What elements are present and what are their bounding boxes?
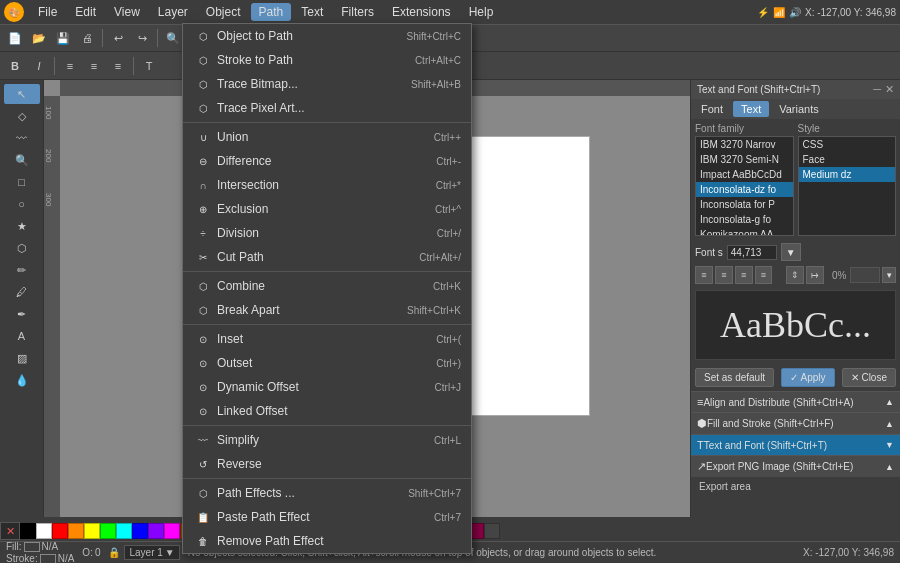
zoom-in-btn[interactable]: 🔍: [162, 27, 184, 49]
menu-text[interactable]: Text: [293, 3, 331, 21]
color-swatch-#ff00ff[interactable]: [164, 523, 180, 539]
color-swatch-#0000ff[interactable]: [132, 523, 148, 539]
font-item-2[interactable]: Impact AaBbCcDd: [696, 167, 793, 182]
menu-item-dynamic-offset[interactable]: ⊙ Dynamic Offset Ctrl+J: [183, 375, 471, 399]
color-swatch-#000000[interactable]: [20, 523, 36, 539]
menu-layer[interactable]: Layer: [150, 3, 196, 21]
text-tool[interactable]: A: [4, 326, 40, 346]
circle-tool[interactable]: ○: [4, 194, 40, 214]
redo-btn[interactable]: ↪: [131, 27, 153, 49]
callig-tool[interactable]: ✒: [4, 304, 40, 324]
menu-object[interactable]: Object: [198, 3, 249, 21]
menu-item-inset[interactable]: ⊙ Inset Ctrl+(: [183, 327, 471, 351]
align-center-text-btn[interactable]: ≡: [715, 266, 733, 284]
style-item-1[interactable]: Face: [799, 152, 896, 167]
align-left-btn[interactable]: ≡: [59, 55, 81, 77]
menu-item-trace-bitmap[interactable]: ⬡ Trace Bitmap... Shift+Alt+B: [183, 72, 471, 96]
align-left-text-btn[interactable]: ≡: [695, 266, 713, 284]
font-item-4[interactable]: Inconsolata for P: [696, 197, 793, 212]
style-item-2[interactable]: Medium dz: [799, 167, 896, 182]
more-text-btn[interactable]: T: [138, 55, 160, 77]
star-tool[interactable]: ★: [4, 216, 40, 236]
font-family-items[interactable]: IBM 3270 Narrov IBM 3270 Semi-N Impact A…: [695, 136, 794, 236]
accordion-text-header[interactable]: T Text and Font (Shift+Ctrl+T) ▼: [691, 434, 900, 455]
color-swatch-#ffffff[interactable]: [36, 523, 52, 539]
font-item-5[interactable]: Inconsolata-g fo: [696, 212, 793, 227]
color-swatch-#00ffff[interactable]: [116, 523, 132, 539]
font-item-3[interactable]: Inconsolata-dz fo: [696, 182, 793, 197]
menu-edit[interactable]: Edit: [67, 3, 104, 21]
menu-item-difference[interactable]: ⊖ Difference Ctrl+-: [183, 149, 471, 173]
menu-item-simplify[interactable]: 〰 Simplify Ctrl+L: [183, 428, 471, 452]
menu-item-linked-offset[interactable]: ⊙ Linked Offset: [183, 399, 471, 423]
ltr-btn[interactable]: ↦: [806, 266, 824, 284]
zoom-tool[interactable]: 🔍: [4, 150, 40, 170]
color-swatch-#444444[interactable]: [484, 523, 500, 539]
pen-tool[interactable]: 🖊: [4, 282, 40, 302]
menu-help[interactable]: Help: [461, 3, 502, 21]
font-size-dropdown[interactable]: ▼: [781, 243, 801, 261]
menu-item-object-to-path[interactable]: ⬡ Object to Path Shift+Ctrl+C: [183, 24, 471, 48]
stroke-swatch[interactable]: [40, 554, 56, 564]
menu-item-break-apart[interactable]: ⬡ Break Apart Shift+Ctrl+K: [183, 298, 471, 322]
fill-swatch[interactable]: [24, 542, 40, 552]
menu-path[interactable]: Path: [251, 3, 292, 21]
color-swatch-#00ff00[interactable]: [100, 523, 116, 539]
menu-item-paste-path-effect[interactable]: 📋 Paste Path Effect Ctrl+7: [183, 505, 471, 529]
no-color-btn[interactable]: ✕: [0, 522, 20, 540]
accordion-export-header[interactable]: ↗ Export PNG Image (Shift+Ctrl+E) ▲: [691, 455, 900, 477]
font-size-input[interactable]: [727, 245, 777, 260]
font-item-1[interactable]: IBM 3270 Semi-N: [696, 152, 793, 167]
align-right-text-btn[interactable]: ≡: [735, 266, 753, 284]
accordion-fill-header[interactable]: ⬢ Fill and Stroke (Shift+Ctrl+F) ▲: [691, 412, 900, 434]
menu-item-stroke-to-path[interactable]: ⬡ Stroke to Path Ctrl+Alt+C: [183, 48, 471, 72]
panel-close-icon[interactable]: ✕: [885, 83, 894, 96]
vertical-align-btn[interactable]: ⇕: [786, 266, 804, 284]
set-default-btn[interactable]: Set as default: [695, 368, 774, 387]
font-item-6[interactable]: Komikazoom AA: [696, 227, 793, 236]
gradient-tool[interactable]: ▨: [4, 348, 40, 368]
menu-filters[interactable]: Filters: [333, 3, 382, 21]
style-list-items[interactable]: CSS Face Medium dz: [798, 136, 897, 236]
menu-item-combine[interactable]: ⬡ Combine Ctrl+K: [183, 274, 471, 298]
accordion-align-header[interactable]: ≡ Align and Distribute (Shift+Ctrl+A) ▲: [691, 391, 900, 412]
color-swatch-#ff0000[interactable]: [52, 523, 68, 539]
align-center-btn[interactable]: ≡: [83, 55, 105, 77]
open-btn[interactable]: 📂: [28, 27, 50, 49]
pencil-tool[interactable]: ✏: [4, 260, 40, 280]
tab-font[interactable]: Font: [693, 101, 731, 117]
menu-file[interactable]: File: [30, 3, 65, 21]
close-btn[interactable]: ✕ Close: [842, 368, 896, 387]
select-tool[interactable]: ↖: [4, 84, 40, 104]
italic-btn[interactable]: I: [28, 55, 50, 77]
menu-item-outset[interactable]: ⊙ Outset Ctrl+): [183, 351, 471, 375]
node-tool[interactable]: ◇: [4, 106, 40, 126]
color-swatch-#ff8800[interactable]: [68, 523, 84, 539]
align-right-btn[interactable]: ≡: [107, 55, 129, 77]
save-btn[interactable]: 💾: [52, 27, 74, 49]
bold-btn[interactable]: B: [4, 55, 26, 77]
align-justify-text-btn[interactable]: ≡: [755, 266, 773, 284]
rect-tool[interactable]: □: [4, 172, 40, 192]
style-item-0[interactable]: CSS: [799, 137, 896, 152]
menu-item-reverse[interactable]: ↺ Reverse: [183, 452, 471, 476]
dropper-tool[interactable]: 💧: [4, 370, 40, 390]
panel-minimize-icon[interactable]: ─: [873, 83, 881, 96]
menu-item-exclusion[interactable]: ⊕ Exclusion Ctrl+^: [183, 197, 471, 221]
menu-item-trace-pixel-art[interactable]: ⬡ Trace Pixel Art...: [183, 96, 471, 120]
menu-item-intersection[interactable]: ∩ Intersection Ctrl+*: [183, 173, 471, 197]
menu-item-cut-path[interactable]: ✂ Cut Path Ctrl+Alt+/: [183, 245, 471, 269]
menu-item-path-effects[interactable]: ⬡ Path Effects ... Shift+Ctrl+7: [183, 481, 471, 505]
new-btn[interactable]: 📄: [4, 27, 26, 49]
undo-btn[interactable]: ↩: [107, 27, 129, 49]
color-swatch-#ffff00[interactable]: [84, 523, 100, 539]
spacing-input[interactable]: [850, 267, 880, 283]
layer-select[interactable]: Layer 1 ▼: [124, 545, 179, 560]
menu-extensions[interactable]: Extensions: [384, 3, 459, 21]
tab-variants[interactable]: Variants: [771, 101, 827, 117]
font-item-0[interactable]: IBM 3270 Narrov: [696, 137, 793, 152]
color-swatch-#8800ff[interactable]: [148, 523, 164, 539]
menu-item-remove-path-effect[interactable]: 🗑 Remove Path Effect: [183, 529, 471, 553]
menu-item-division[interactable]: ÷ Division Ctrl+/: [183, 221, 471, 245]
spacing-dropdown[interactable]: ▼: [882, 267, 896, 283]
